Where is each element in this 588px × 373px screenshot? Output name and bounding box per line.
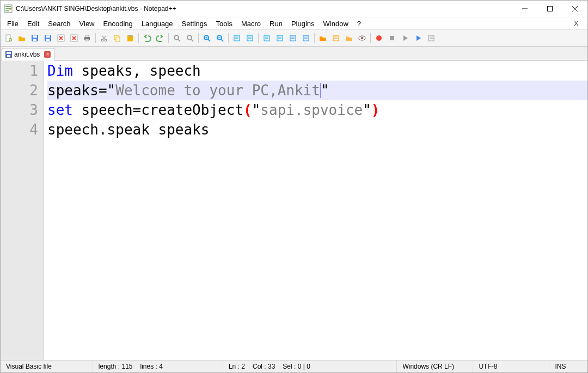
close-button[interactable] (55, 32, 67, 44)
close-all-icon (70, 34, 78, 42)
svg-rect-61 (303, 35, 309, 41)
menu-edit[interactable]: Edit (23, 19, 44, 29)
cut-icon (100, 34, 108, 42)
open-icon (18, 34, 26, 42)
file-tab[interactable]: ankit.vbs × (2, 48, 54, 60)
copy-button[interactable] (111, 32, 123, 44)
zoom-in-icon (203, 34, 211, 42)
menu-[interactable]: ? (353, 19, 365, 29)
line-number: 2 (1, 81, 38, 100)
cut-button[interactable] (98, 32, 110, 44)
find-icon (173, 34, 181, 42)
wrap-button[interactable] (261, 32, 273, 44)
indent-button[interactable] (287, 32, 299, 44)
eye-button[interactable] (356, 32, 368, 44)
play-multi-button[interactable] (412, 32, 424, 44)
text-caret (320, 83, 321, 98)
status-ins: INS (549, 360, 587, 372)
sync-v-button[interactable] (231, 32, 243, 44)
outdent-icon (302, 34, 310, 42)
menu-language[interactable]: Language (137, 19, 177, 29)
replace-icon (186, 34, 194, 42)
toolbar (1, 29, 587, 47)
sync-v-icon (233, 34, 241, 42)
doc-button[interactable] (330, 32, 342, 44)
status-col: Col : 33 (253, 363, 275, 370)
toolbar-separator (370, 33, 371, 43)
menubar: FileEditSearchViewEncodingLanguageSettin… (1, 17, 587, 29)
code-line[interactable]: speaks="Welcome to your PC,Ankit" (47, 81, 587, 100)
print-button[interactable] (81, 32, 93, 44)
zoom-in-button[interactable] (201, 32, 213, 44)
svg-rect-32 (116, 37, 120, 41)
find-button[interactable] (171, 32, 183, 44)
svg-rect-26 (85, 39, 89, 41)
svg-rect-1 (5, 6, 11, 7)
copy-icon (113, 34, 121, 42)
menu-encoding[interactable]: Encoding (99, 19, 137, 29)
window-title: C:\Users\ANKIT SINGH\Desktop\ankit.vbs -… (16, 5, 176, 13)
menu-view[interactable]: View (75, 19, 99, 29)
open-button[interactable] (16, 32, 28, 44)
undo-button[interactable] (141, 32, 153, 44)
stop-button[interactable] (386, 32, 398, 44)
tabbar: ankit.vbs × (1, 47, 587, 60)
stop-icon (388, 34, 396, 42)
code-line[interactable]: Dim speaks, speech (47, 61, 587, 81)
close-button[interactable] (562, 1, 587, 17)
svg-rect-76 (7, 55, 10, 57)
outdent-button[interactable] (300, 32, 312, 44)
folder-button[interactable] (317, 32, 329, 44)
menu-search[interactable]: Search (44, 19, 75, 29)
status-sel: Sel : 0 | 0 (283, 363, 310, 370)
macro-save-button[interactable] (425, 32, 437, 44)
record-button[interactable] (373, 32, 385, 44)
menu-window[interactable]: Window (319, 19, 353, 29)
doc-icon (332, 34, 340, 42)
code-line[interactable]: set speech=createObject("sapi.spvoice") (47, 100, 587, 120)
play-button[interactable] (399, 32, 411, 44)
svg-rect-58 (290, 35, 296, 41)
app-icon (4, 4, 13, 13)
svg-rect-49 (247, 35, 253, 41)
secondary-close-button[interactable]: X (567, 19, 585, 28)
menu-macro[interactable]: Macro (237, 19, 265, 29)
svg-rect-17 (46, 39, 50, 41)
menu-settings[interactable]: Settings (177, 19, 212, 29)
svg-point-28 (105, 39, 107, 41)
svg-rect-52 (264, 35, 270, 41)
status-ln: Ln : 2 (229, 363, 245, 370)
svg-rect-46 (234, 35, 240, 41)
svg-rect-55 (277, 35, 283, 41)
menu-file[interactable]: File (3, 19, 23, 29)
save-button[interactable] (29, 32, 41, 44)
maximize-button[interactable] (537, 1, 562, 17)
menu-run[interactable]: Run (265, 19, 287, 29)
minimize-button[interactable] (512, 1, 537, 17)
redo-button[interactable] (154, 32, 166, 44)
save-all-button[interactable] (42, 32, 54, 44)
svg-point-69 (376, 35, 382, 41)
status-encoding: UTF-8 (473, 360, 549, 372)
code-line[interactable]: speech.speak speaks (47, 120, 587, 139)
wrap-icon (263, 34, 271, 42)
all-chars-button[interactable] (274, 32, 286, 44)
code-area[interactable]: Dim speaks, speech speaks="Welcome to yo… (44, 61, 587, 360)
editor[interactable]: 1 2 3 4 Dim speaks, speech speaks="Welco… (1, 60, 587, 360)
status-eol: Windows (CR LF) (397, 360, 473, 372)
status-filetype: Visual Basic file (1, 360, 93, 372)
sync-h-button[interactable] (244, 32, 256, 44)
svg-line-38 (191, 39, 193, 41)
folder-open-button[interactable] (343, 32, 355, 44)
replace-button[interactable] (184, 32, 196, 44)
tab-close-icon[interactable]: × (44, 51, 51, 58)
menu-tools[interactable]: Tools (212, 19, 237, 29)
zoom-out-icon (216, 34, 224, 42)
paste-button[interactable] (124, 32, 136, 44)
redo-icon (156, 34, 164, 42)
close-all-button[interactable] (68, 32, 80, 44)
menu-plugins[interactable]: Plugins (287, 19, 319, 29)
zoom-out-button[interactable] (214, 32, 226, 44)
status-length: length : 115 (99, 363, 133, 370)
new-button[interactable] (3, 32, 15, 44)
